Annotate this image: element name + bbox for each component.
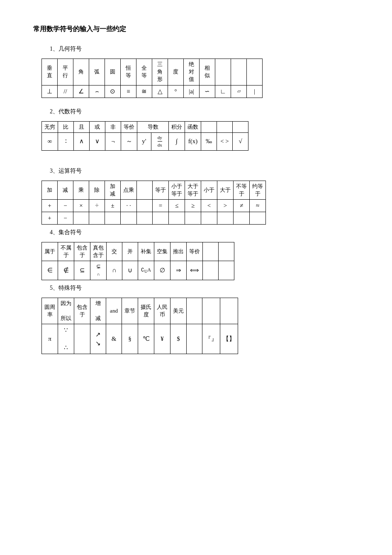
op-sym-1: + [42,199,58,212]
op-sym2-5 [105,212,121,224]
alg-sym-7: y' [137,132,151,150]
algebra-table: 无穷 比 且 或 非 等价 导数 积分 函数 ∞ ∶ ∧ ∨ ¬ ～ y' dy… [41,121,248,151]
geo-sym-11: ∽ [200,85,215,98]
geo-sym-14: | [247,85,263,98]
op-sym-7 [137,199,153,212]
geo-sym-6: ≡ [121,85,136,98]
op-sym-3: × [73,199,89,212]
sp-header-9: 美元 [170,298,187,324]
set-sym-11 [203,261,219,280]
op-header-13: 不等于 [234,181,250,199]
set-header-11 [203,242,219,261]
op-sym2-13 [234,212,250,224]
op-header-9: 小于等于 [169,181,185,199]
set-sym-2: ∉ [58,261,74,280]
geo-header-9: 度 [168,59,184,86]
sp-sym-12: 【】 [220,324,238,354]
geo-header-2: 平行 [58,59,73,86]
set-sym-9: ⇒ [170,261,187,280]
set-header-1: 属于 [42,242,58,261]
geo-header-1: 垂直 [42,59,58,86]
alg-header-12 [233,121,248,132]
sp-header-11 [202,298,220,324]
set-table: 属于 不属于 包含于 真包含于 交 并 补集 空集 推出 等价 ∈ ∉ ⊆ ⊊∩… [41,242,234,280]
geo-header-3: 角 [73,59,89,86]
set-header-2: 不属于 [58,242,74,261]
alg-header-7: 导数 [137,121,169,132]
alg-sym-11: ‰ [201,132,217,150]
alg-sym-1: ∞ [42,132,58,150]
page-title: 常用数学符号的输入与一些约定 [33,25,359,34]
op-sym-14: ≈ [250,199,266,212]
op-sym2-1: + [42,212,58,224]
op-sym-12: > [217,199,234,212]
alg-header-6: 等价 [121,121,137,132]
alg-sym-6: ～ [121,132,137,150]
alg-header-10 [201,121,217,132]
sp-header-4: 增减 [90,298,106,324]
op-sym-13: ≠ [234,199,250,212]
geo-header-5: 圆 [105,59,121,86]
geo-sym-2: // [58,85,73,98]
geo-sym-3: ∠ [73,85,89,98]
op-sym2-11 [201,212,217,224]
sp-header-12 [220,298,238,324]
set-sym-5: ∩ [107,261,122,280]
section-special-title: 5、特殊符号 [50,284,359,292]
geo-header-10: 绝对值 [184,59,200,86]
geo-header-12 [215,59,231,86]
op-header-8: 等于 [153,181,169,199]
sp-header-2: 因为所以 [58,298,74,324]
section-algebra-title: 2、代数符号 [50,108,359,115]
geo-sym-13: ▱ [231,85,247,98]
sp-header-8: 人民币 [154,298,170,324]
geo-sym-1: ⊥ [42,85,58,98]
op-sym2-12 [217,212,234,224]
op-sym2-9 [169,212,185,224]
op-sym2-6 [121,212,137,224]
geo-sym-4: ⌢ [89,85,105,98]
alg-header-11 [217,121,233,132]
set-header-5: 交 [107,242,122,261]
alg-sym-10: f(x) [185,132,201,150]
set-header-7: 补集 [138,242,154,261]
set-sym-12 [219,261,234,280]
set-header-9: 推出 [170,242,187,261]
alg-sym-8: dydx [151,132,168,150]
op-sym-6: · · [121,199,137,212]
sp-sym-6: § [122,324,138,354]
geo-sym-5: ⊙ [105,85,121,98]
sp-sym-4: ↗↘ [90,324,106,354]
geo-header-8: 三角形 [152,59,168,86]
op-sym2-3 [73,212,89,224]
sp-header-10 [187,298,202,324]
set-header-12 [219,242,234,261]
alg-header-3: 且 [74,121,90,132]
set-sym-8: ∅ [154,261,170,280]
section-set-title: 4、集合符号 [50,229,359,236]
section-operation-title: 3、运算符号 [50,167,359,175]
geo-header-14 [247,59,263,86]
sp-sym-5: & [106,324,122,354]
geo-sym-12: ∟ [215,85,231,98]
set-header-6: 并 [122,242,138,261]
op-sym2-10 [185,212,201,224]
op-sym2-7 [137,212,153,224]
alg-header-4: 或 [90,121,105,132]
geo-header-13 [231,59,247,86]
op-sym2-4 [89,212,105,224]
sp-sym-8: ¥ [154,324,170,354]
alg-header-5: 非 [105,121,121,132]
alg-sym-5: ¬ [105,132,121,150]
geo-sym-7: ≅ [136,85,152,98]
sp-header-5: and [106,298,122,324]
op-sym-4: ÷ [89,199,105,212]
set-header-4: 真包含于 [90,242,107,261]
op-header-5: 加减 [105,181,121,199]
alg-header-1: 无穷 [42,121,58,132]
geo-header-4: 弧 [89,59,105,86]
op-sym-10: ≥ [185,199,201,212]
op-header-7 [137,181,153,199]
op-header-4: 除 [89,181,105,199]
set-sym-4: ⊊∩ [90,261,107,280]
